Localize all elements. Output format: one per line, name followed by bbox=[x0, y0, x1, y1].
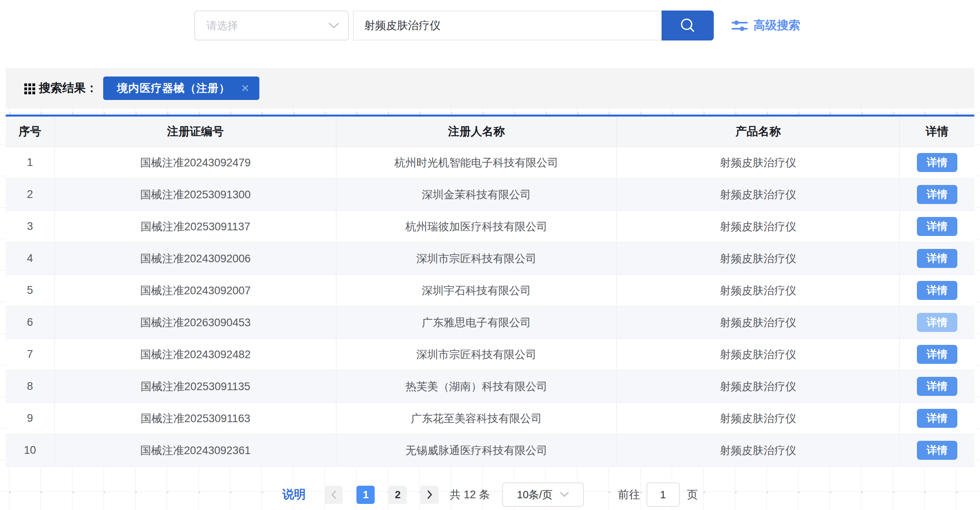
registration-number-cell: 国械注准20243092482 bbox=[55, 338, 336, 370]
page-size-select[interactable]: 10条/页 bbox=[502, 482, 584, 507]
row-index-cell: 7 bbox=[6, 338, 55, 370]
registrant-cell: 深圳金茉科技有限公司 bbox=[336, 178, 617, 210]
detail-button[interactable]: 详情 bbox=[917, 345, 957, 364]
category-select[interactable]: 请选择 bbox=[194, 11, 349, 40]
registration-number-cell: 国械注准20253091300 bbox=[55, 178, 336, 210]
product-cell: 射频皮肤治疗仪 bbox=[617, 178, 899, 210]
registration-number-cell: 国械注准20243092007 bbox=[55, 274, 336, 306]
header-product: 产品名称 bbox=[617, 116, 899, 147]
registrant-cell: 无锡威脉通医疗科技有限公司 bbox=[336, 434, 617, 466]
registrant-cell: 深圳市宗匠科技有限公司 bbox=[336, 242, 617, 274]
table-body: 1 国械注准20243092479 杭州时光机智能电子科技有限公司 射频皮肤治疗… bbox=[6, 147, 974, 466]
row-index-cell: 2 bbox=[6, 178, 55, 210]
registrant-cell: 热芙美（湖南）科技有限公司 bbox=[336, 370, 617, 402]
table-header-row: 序号 注册证编号 注册人名称 产品名称 详情 bbox=[6, 116, 974, 147]
chevron-right-icon bbox=[426, 490, 433, 499]
search-input[interactable] bbox=[353, 11, 662, 40]
results-table: 序号 注册证编号 注册人名称 产品名称 详情 1 国械注准20243092479… bbox=[6, 115, 974, 467]
advanced-search-label: 高级搜索 bbox=[753, 17, 800, 34]
detail-cell: 详情 bbox=[899, 242, 974, 274]
table-row: 5 国械注准20243092007 深圳宇石科技有限公司 射频皮肤治疗仪 详情 bbox=[6, 274, 974, 306]
page-button-2[interactable]: 2 bbox=[388, 486, 407, 504]
row-index-cell: 1 bbox=[6, 147, 55, 178]
header-registration-number: 注册证编号 bbox=[55, 116, 336, 147]
registrant-cell: 深圳宇石科技有限公司 bbox=[336, 274, 617, 306]
search-button[interactable] bbox=[662, 11, 714, 40]
chevron-down-icon bbox=[329, 22, 339, 29]
help-link[interactable]: 说明 bbox=[282, 487, 305, 503]
header-detail: 详情 bbox=[899, 116, 974, 147]
table-row: 8 国械注准20253091135 热芙美（湖南）科技有限公司 射频皮肤治疗仪 … bbox=[6, 370, 974, 402]
table-row: 9 国械注准20253091163 广东花至美容科技有限公司 射频皮肤治疗仪 详… bbox=[6, 402, 974, 434]
chevron-left-icon bbox=[331, 490, 337, 499]
row-index-cell: 9 bbox=[6, 402, 55, 434]
table-row: 2 国械注准20253091300 深圳金茉科技有限公司 射频皮肤治疗仪 详情 bbox=[6, 178, 974, 210]
table-row: 10 国械注准20243092361 无锡威脉通医疗科技有限公司 射频皮肤治疗仪… bbox=[6, 434, 974, 466]
table-row: 4 国械注准20243092006 深圳市宗匠科技有限公司 射频皮肤治疗仪 详情 bbox=[6, 242, 974, 274]
registration-number-cell: 国械注准20253091163 bbox=[55, 402, 336, 434]
detail-button[interactable]: 详情 bbox=[917, 409, 957, 428]
product-cell: 射频皮肤治疗仪 bbox=[617, 210, 899, 242]
goto-label: 前往 bbox=[618, 487, 640, 502]
registration-number-cell: 国械注准20243092361 bbox=[55, 434, 336, 466]
next-page-button[interactable] bbox=[420, 486, 439, 504]
product-cell: 射频皮肤治疗仪 bbox=[617, 434, 899, 466]
filter-tag-label: 境内医疗器械（注册） bbox=[117, 81, 230, 96]
registrant-cell: 广东花至美容科技有限公司 bbox=[336, 402, 617, 434]
search-icon bbox=[679, 17, 697, 34]
product-cell: 射频皮肤治疗仪 bbox=[617, 402, 899, 434]
chevron-down-icon bbox=[560, 492, 569, 497]
detail-cell: 详情 bbox=[899, 274, 974, 306]
detail-button[interactable]: 详情 bbox=[917, 185, 957, 204]
results-label: 搜索结果： bbox=[39, 80, 98, 96]
registrant-cell: 杭州时光机智能电子科技有限公司 bbox=[336, 147, 617, 178]
page-buttons: 12 bbox=[350, 486, 414, 504]
registrant-cell: 深圳市宗匠科技有限公司 bbox=[336, 338, 617, 370]
detail-button[interactable]: 详情 bbox=[917, 153, 957, 172]
grid-icon bbox=[23, 82, 36, 95]
registration-number-cell: 国械注准20253091135 bbox=[55, 370, 336, 402]
filter-tag[interactable]: 境内医疗器械（注册） ✕ bbox=[103, 76, 259, 100]
table-row: 7 国械注准20243092482 深圳市宗匠科技有限公司 射频皮肤治疗仪 详情 bbox=[6, 338, 974, 370]
detail-button[interactable]: 详情 bbox=[917, 217, 957, 236]
product-cell: 射频皮肤治疗仪 bbox=[617, 242, 899, 274]
detail-cell: 详情 bbox=[899, 306, 974, 338]
detail-cell: 详情 bbox=[899, 210, 974, 242]
detail-button[interactable]: 详情 bbox=[917, 441, 957, 460]
total-count-label: 共 12 条 bbox=[450, 487, 490, 502]
pagination: 说明 12 共 12 条 10条/页 前往 页 bbox=[0, 482, 980, 508]
detail-cell: 详情 bbox=[899, 402, 974, 434]
close-icon[interactable]: ✕ bbox=[241, 83, 250, 94]
header-registrant: 注册人名称 bbox=[336, 116, 617, 147]
detail-cell: 详情 bbox=[899, 434, 974, 466]
detail-cell: 详情 bbox=[899, 178, 974, 210]
results-bar: 搜索结果： 境内医疗器械（注册） ✕ bbox=[6, 68, 974, 108]
advanced-search-link[interactable]: 高级搜索 bbox=[731, 11, 800, 40]
registrant-cell: 广东雅思电子有限公司 bbox=[336, 306, 617, 338]
detail-button[interactable]: 详情 bbox=[917, 313, 957, 332]
row-index-cell: 5 bbox=[6, 274, 55, 306]
detail-button[interactable]: 详情 bbox=[917, 249, 957, 268]
row-index-cell: 4 bbox=[6, 242, 55, 274]
prev-page-button[interactable] bbox=[325, 486, 343, 504]
goto-suffix-label: 页 bbox=[687, 487, 698, 502]
registration-number-cell: 国械注准20243092479 bbox=[55, 147, 336, 178]
row-index-cell: 10 bbox=[6, 434, 55, 466]
product-cell: 射频皮肤治疗仪 bbox=[617, 147, 899, 178]
row-index-cell: 6 bbox=[6, 306, 55, 338]
table-row: 6 国械注准20263090453 广东雅思电子有限公司 射频皮肤治疗仪 详情 bbox=[6, 306, 974, 338]
category-select-placeholder: 请选择 bbox=[206, 19, 329, 33]
header-index: 序号 bbox=[6, 116, 55, 147]
registration-number-cell: 国械注准20263090453 bbox=[55, 306, 336, 338]
goto-page-input[interactable] bbox=[647, 482, 680, 507]
page-button-1[interactable]: 1 bbox=[356, 486, 375, 504]
table-row: 3 国械注准20253091137 杭州瑞彼加医疗科技有限公司 射频皮肤治疗仪 … bbox=[6, 210, 974, 242]
search-bar: 请选择 高级搜索 bbox=[0, 0, 980, 68]
detail-cell: 详情 bbox=[899, 370, 974, 402]
registration-number-cell: 国械注准20253091137 bbox=[55, 210, 336, 242]
detail-cell: 详情 bbox=[899, 338, 974, 370]
product-cell: 射频皮肤治疗仪 bbox=[617, 370, 899, 402]
detail-button[interactable]: 详情 bbox=[917, 281, 957, 300]
detail-button[interactable]: 详情 bbox=[917, 377, 957, 396]
product-cell: 射频皮肤治疗仪 bbox=[617, 274, 899, 306]
